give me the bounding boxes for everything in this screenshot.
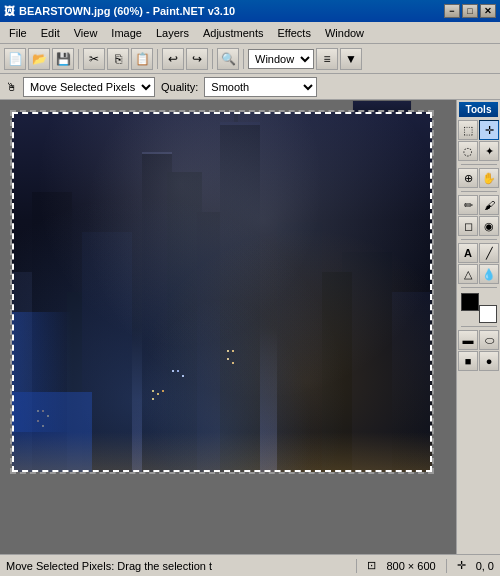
canvas-container[interactable] bbox=[10, 110, 434, 474]
canvas-image bbox=[12, 112, 432, 472]
line-tool[interactable]: ╱ bbox=[479, 243, 499, 263]
menu-item-layers[interactable]: Layers bbox=[149, 25, 196, 41]
main-area: Tools ⬚ ✛ ◌ ✦ ⊕ ✋ ✏ 🖌 ◻ ◉ A ╱ △ 💧 bbox=[0, 100, 500, 554]
redo-button[interactable]: ↪ bbox=[186, 48, 208, 70]
lights-overlay bbox=[12, 112, 432, 472]
brush-tool[interactable]: 🖌 bbox=[479, 195, 499, 215]
toolbar-sep-4 bbox=[243, 49, 244, 69]
lasso-tool[interactable]: ◌ bbox=[458, 141, 478, 161]
tool-sep-4 bbox=[461, 287, 497, 288]
status-sep-2 bbox=[446, 559, 447, 573]
menu-item-view[interactable]: View bbox=[67, 25, 105, 41]
tool-row-5: ◻ ◉ bbox=[458, 216, 499, 236]
shape-rect-tool[interactable]: ▬ bbox=[458, 330, 478, 350]
tool-row-4: ✏ 🖌 bbox=[458, 195, 499, 215]
status-coordinates: 0, 0 bbox=[476, 560, 494, 572]
window-select[interactable]: Window bbox=[248, 49, 314, 69]
title-controls[interactable]: − □ ✕ bbox=[444, 4, 496, 18]
app-icon: 🖼 bbox=[4, 5, 15, 17]
menu-item-effects[interactable]: Effects bbox=[271, 25, 318, 41]
toolbar-extra-1[interactable]: ≡ bbox=[316, 48, 338, 70]
background-color-box[interactable] bbox=[479, 305, 497, 323]
toolbar-sep-1 bbox=[78, 49, 79, 69]
tool-label: 🖱 bbox=[6, 81, 17, 93]
close-button[interactable]: ✕ bbox=[480, 4, 496, 18]
menu-item-window[interactable]: Window bbox=[318, 25, 371, 41]
fill-tool[interactable]: ◉ bbox=[479, 216, 499, 236]
tool-sep-3 bbox=[461, 239, 497, 240]
maximize-button[interactable]: □ bbox=[462, 4, 478, 18]
rectangle-select-tool[interactable]: ⬚ bbox=[458, 120, 478, 140]
pan-tool[interactable]: ✋ bbox=[479, 168, 499, 188]
quality-select[interactable]: Smooth Best Quality Nearest Neighbor Bil… bbox=[204, 77, 317, 97]
open-button[interactable]: 📂 bbox=[28, 48, 50, 70]
status-dimensions-icon: ⊡ bbox=[367, 559, 376, 572]
toolbar-sep-2 bbox=[157, 49, 158, 69]
magic-wand-tool[interactable]: ✦ bbox=[479, 141, 499, 161]
status-sep-1 bbox=[356, 559, 357, 573]
menu-item-adjustments[interactable]: Adjustments bbox=[196, 25, 271, 41]
tool-options-bar: 🖱 Move Selected Pixels Quality: Smooth B… bbox=[0, 74, 500, 100]
title-bar-left: 🖼 BEARSTOWN.jpg (60%) - Paint.NET v3.10 bbox=[4, 5, 235, 17]
quality-label: Quality: bbox=[161, 81, 198, 93]
window-title: BEARSTOWN.jpg (60%) - Paint.NET v3.10 bbox=[19, 5, 235, 17]
pencil-tool[interactable]: ✏ bbox=[458, 195, 478, 215]
zoom-tool[interactable]: ⊕ bbox=[458, 168, 478, 188]
status-coords-icon: ✛ bbox=[457, 559, 466, 572]
zoom-button[interactable]: 🔍 bbox=[217, 48, 239, 70]
tool-row-1: ⬚ ✛ bbox=[458, 120, 499, 140]
tool-sep-2 bbox=[461, 191, 497, 192]
shape-filled-ellipse-tool[interactable]: ● bbox=[479, 351, 499, 371]
tool-row-2: ◌ ✦ bbox=[458, 141, 499, 161]
copy-button[interactable]: ⎘ bbox=[107, 48, 129, 70]
status-message: Move Selected Pixels: Drag the selection… bbox=[6, 560, 346, 572]
tool-row-6: A ╱ bbox=[458, 243, 499, 263]
new-button[interactable]: 📄 bbox=[4, 48, 26, 70]
move-tool[interactable]: ✛ bbox=[479, 120, 499, 140]
status-dimensions: 800 × 600 bbox=[386, 560, 435, 572]
eraser-tool[interactable]: ◻ bbox=[458, 216, 478, 236]
title-bar: 🖼 BEARSTOWN.jpg (60%) - Paint.NET v3.10 … bbox=[0, 0, 500, 22]
paste-button[interactable]: 📋 bbox=[131, 48, 153, 70]
tools-panel: Tools ⬚ ✛ ◌ ✦ ⊕ ✋ ✏ 🖌 ◻ ◉ A ╱ △ 💧 bbox=[456, 100, 500, 554]
toolbar: 📄 📂 💾 ✂ ⎘ 📋 ↩ ↪ 🔍 Window ≡ ▼ bbox=[0, 44, 500, 74]
tool-row-7: △ 💧 bbox=[458, 264, 499, 284]
toolbar-extra-2[interactable]: ▼ bbox=[340, 48, 362, 70]
menu-item-image[interactable]: Image bbox=[104, 25, 149, 41]
tool-sep-5 bbox=[461, 326, 497, 327]
color-picker-tool[interactable]: 💧 bbox=[479, 264, 499, 284]
cut-button[interactable]: ✂ bbox=[83, 48, 105, 70]
tool-row-3: ⊕ ✋ bbox=[458, 168, 499, 188]
status-bar: Move Selected Pixels: Drag the selection… bbox=[0, 554, 500, 576]
foreground-color-box[interactable] bbox=[461, 293, 479, 311]
toolbar-sep-3 bbox=[212, 49, 213, 69]
undo-button[interactable]: ↩ bbox=[162, 48, 184, 70]
minimize-button[interactable]: − bbox=[444, 4, 460, 18]
canvas-area[interactable] bbox=[0, 100, 456, 554]
shape-filled-rect-tool[interactable]: ■ bbox=[458, 351, 478, 371]
menu-bar: FileEditViewImageLayersAdjustmentsEffect… bbox=[0, 22, 500, 44]
tool-row-9: ■ ● bbox=[458, 351, 499, 371]
shape-ellipse-tool[interactable]: ⬭ bbox=[479, 330, 499, 350]
save-button[interactable]: 💾 bbox=[52, 48, 74, 70]
tools-panel-header: Tools bbox=[459, 102, 498, 117]
tool-select[interactable]: Move Selected Pixels bbox=[23, 77, 155, 97]
menu-item-file[interactable]: File bbox=[2, 25, 34, 41]
shapes-tool[interactable]: △ bbox=[458, 264, 478, 284]
tool-row-8: ▬ ⬭ bbox=[458, 330, 499, 350]
menu-item-edit[interactable]: Edit bbox=[34, 25, 67, 41]
text-tool[interactable]: A bbox=[458, 243, 478, 263]
tool-sep-1 bbox=[461, 164, 497, 165]
